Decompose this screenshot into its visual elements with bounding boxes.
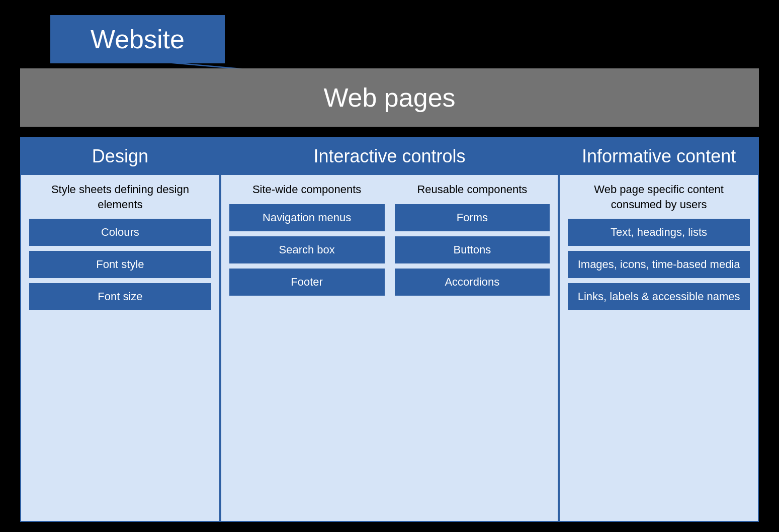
informative-content-body: Web page specific content consumed by us… xyxy=(560,175,758,521)
interactive-controls-column: Interactive controls Site-wide component… xyxy=(220,137,559,522)
design-body: Style sheets defining design elements Co… xyxy=(21,175,219,521)
design-item-colours[interactable]: Colours xyxy=(29,219,211,246)
design-item-font-size[interactable]: Font size xyxy=(29,283,211,310)
interactive-controls-header: Interactive controls xyxy=(221,138,558,175)
informative-item-text[interactable]: Text, headings, lists xyxy=(568,219,750,246)
informative-content-description: Web page specific content consumed by us… xyxy=(568,182,750,212)
interactive-item-footer[interactable]: Footer xyxy=(229,269,385,296)
design-column: Design Style sheets defining design elem… xyxy=(20,137,220,522)
informative-item-links[interactable]: Links, labels & accessible names xyxy=(568,283,750,310)
website-box: Website xyxy=(50,15,225,63)
interactive-item-buttons[interactable]: Buttons xyxy=(395,236,550,263)
design-description: Style sheets defining design elements xyxy=(29,182,211,212)
reusable-subcol: Reusable components Forms Buttons Accord… xyxy=(395,182,550,514)
interactive-controls-body: Site-wide components Navigation menus Se… xyxy=(221,175,558,521)
informative-content-column: Informative content Web page specific co… xyxy=(559,137,759,522)
website-label: Website xyxy=(91,25,185,54)
site-wide-subcol: Site-wide components Navigation menus Se… xyxy=(229,182,385,514)
interactive-item-forms[interactable]: Forms xyxy=(395,204,550,231)
interactive-item-nav-menus[interactable]: Navigation menus xyxy=(229,204,385,231)
design-item-font-style[interactable]: Font style xyxy=(29,251,211,278)
informative-item-images[interactable]: Images, icons, time-based media xyxy=(568,251,750,278)
webpages-label: Web pages xyxy=(323,83,455,112)
columns-area: Design Style sheets defining design elem… xyxy=(20,137,759,522)
site-wide-description: Site-wide components xyxy=(229,182,385,197)
interactive-item-search-box[interactable]: Search box xyxy=(229,236,385,263)
reusable-description: Reusable components xyxy=(395,182,550,197)
design-header: Design xyxy=(21,138,219,175)
webpages-box: Web pages xyxy=(20,68,759,127)
interactive-item-accordions[interactable]: Accordions xyxy=(395,269,550,296)
informative-content-header: Informative content xyxy=(560,138,758,175)
diagram-container: Website Web pages Design Style sheets de… xyxy=(0,0,779,532)
